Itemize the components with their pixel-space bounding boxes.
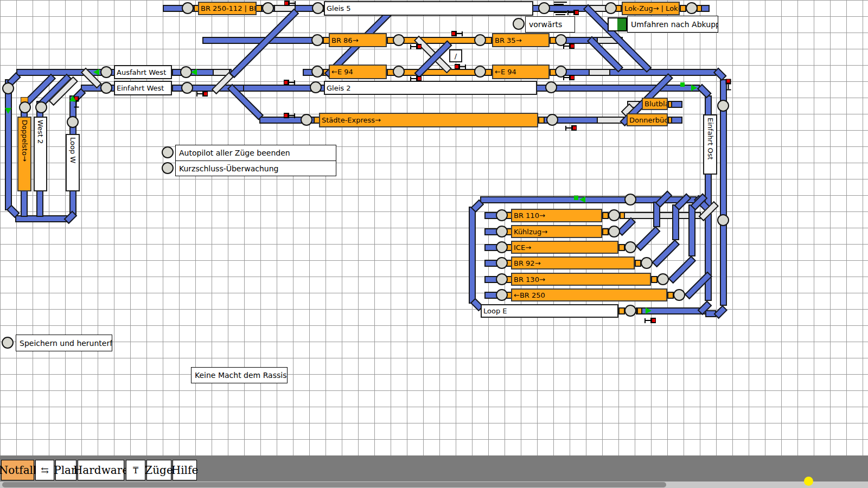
block-staedte-express[interactable]: Städte-Express→ [319, 113, 538, 127]
umfahren-indicator[interactable] [608, 17, 627, 31]
track-button[interactable] [393, 66, 405, 78]
track-button[interactable] [608, 209, 620, 221]
block-e94-left[interactable]: ←E 94 [329, 65, 387, 79]
track-button[interactable] [262, 2, 274, 14]
block-ausfahrt-west[interactable]: Ausfahrt West [114, 65, 172, 79]
track-button[interactable] [608, 226, 620, 237]
track-button[interactable] [496, 209, 508, 221]
hilfe-button[interactable]: Hilfe [173, 460, 197, 480]
track-button[interactable] [605, 2, 617, 14]
signal[interactable] [410, 43, 422, 50]
umfahren-label[interactable]: Umfahren nach Abkuppeln [627, 16, 718, 33]
track-button[interactable] [717, 214, 729, 226]
autopilot-label[interactable]: Autopilot aller Züge beenden [175, 145, 336, 161]
track-button[interactable] [393, 34, 405, 46]
notfall-button[interactable]: Notfall [1, 460, 34, 480]
block-kuehlzug[interactable]: Kühlzug→ [511, 225, 602, 238]
block-loop-e[interactable]: Loop E [481, 304, 618, 318]
track-button[interactable] [100, 66, 112, 78]
block-gleis2[interactable]: Gleis 2 [324, 81, 537, 95]
track-button[interactable] [182, 2, 194, 14]
vorwaerts-button[interactable] [513, 18, 525, 30]
signal[interactable] [284, 79, 295, 86]
track-button[interactable] [496, 289, 508, 301]
signal-icon-button[interactable]: ₸ [126, 460, 145, 480]
autopilot-button[interactable] [162, 146, 174, 158]
signal[interactable] [725, 79, 732, 91]
kurzschluss-button[interactable] [162, 162, 174, 174]
kurzschluss-label[interactable]: Kurzschluss-Überwachung [175, 160, 336, 176]
block-br250-east[interactable]: ←BR 250 [511, 288, 667, 301]
block-doppelstock[interactable]: Doppelsto→ [17, 117, 31, 191]
track-button[interactable] [301, 114, 312, 126]
block-lokzug[interactable]: Lok-Zug→ | Lok-Zug [622, 2, 680, 15]
speichern-button[interactable] [2, 337, 14, 349]
signal[interactable] [567, 9, 579, 16]
track-button[interactable] [546, 114, 558, 126]
zuege-button[interactable]: Züge [146, 460, 171, 480]
block-einfahrt-west[interactable]: Einfahrt West [114, 81, 172, 95]
signal[interactable] [410, 75, 422, 82]
swap-direction-icon-button[interactable]: ⇆ [35, 460, 54, 480]
hardware-button[interactable]: Hardware [78, 460, 124, 480]
track-button[interactable] [624, 305, 636, 317]
track-button[interactable] [311, 66, 323, 78]
block-gleis5[interactable]: Gleis 5 [324, 1, 533, 16]
track-button[interactable] [67, 116, 79, 128]
signal[interactable] [455, 63, 466, 70]
signal[interactable] [284, 0, 296, 7]
track-button[interactable] [657, 273, 669, 285]
track-button[interactable] [180, 66, 192, 78]
track-button[interactable] [35, 101, 47, 113]
slash-symbol-box[interactable]: / [449, 49, 462, 62]
track-button[interactable] [624, 241, 636, 253]
track-button[interactable] [310, 81, 322, 93]
scrollbar-thumb[interactable] [2, 482, 666, 487]
block-br110[interactable]: BR 110→ [511, 209, 602, 222]
track-button[interactable] [311, 34, 323, 46]
signal[interactable] [451, 30, 463, 37]
signal[interactable] [284, 112, 295, 119]
track-button[interactable] [496, 226, 508, 237]
block-br130[interactable]: BR 130→ [511, 273, 651, 286]
track-button[interactable] [496, 257, 508, 269]
track-button[interactable] [100, 82, 112, 94]
track-button[interactable] [496, 241, 508, 253]
block-e94-right[interactable]: ←E 94 [492, 65, 550, 79]
signal[interactable] [644, 317, 656, 324]
signal[interactable] [196, 91, 208, 97]
track-button[interactable] [545, 81, 557, 93]
switch-diagonal[interactable] [652, 240, 680, 268]
switch-diagonal[interactable] [668, 256, 697, 284]
block-br250-west[interactable]: BR 250-112 | BR 2 [198, 2, 257, 15]
track-button[interactable] [686, 2, 698, 14]
signal[interactable] [563, 74, 575, 81]
block-einfahrt-ost[interactable]: Einfahrt Ost [703, 114, 717, 175]
track-button[interactable] [538, 2, 550, 14]
track-button[interactable] [2, 82, 14, 94]
signal[interactable] [565, 125, 577, 131]
vorwaerts-label[interactable]: vorwärts [525, 16, 575, 33]
switch-diagonal[interactable] [636, 226, 661, 251]
block-br92[interactable]: BR 92→ [511, 256, 635, 269]
block-west2[interactable]: West 2 [34, 117, 47, 191]
block-blutblase[interactable]: Blutblase [642, 98, 668, 110]
track-button[interactable] [673, 289, 685, 301]
block-br35[interactable]: BR 35→ [492, 33, 550, 47]
track-button[interactable] [19, 101, 31, 113]
track-button[interactable] [496, 273, 508, 285]
track-button[interactable] [624, 194, 636, 206]
block-br86[interactable]: BR 86→ [329, 33, 387, 47]
speichern-label[interactable]: Speichern und herunterfahren [16, 335, 112, 351]
signal[interactable] [563, 43, 575, 49]
track-button[interactable] [641, 257, 653, 269]
block-loop-w[interactable]: Loop W [66, 134, 80, 191]
block-ice[interactable]: ICE→ [511, 241, 618, 254]
uncoupler-icon[interactable] [554, 2, 567, 3]
block-donnerbuechse[interactable]: Donnerbüchse [627, 113, 668, 126]
track-button[interactable] [312, 2, 324, 14]
track-button[interactable] [474, 34, 486, 46]
track-button[interactable] [717, 100, 729, 112]
track-button[interactable] [181, 82, 193, 94]
switch-diagonal[interactable] [617, 217, 636, 236]
